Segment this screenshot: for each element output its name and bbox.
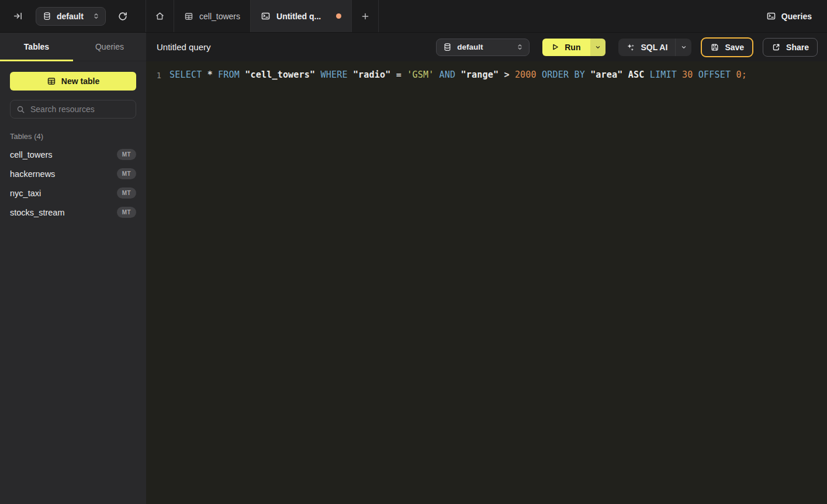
sidebar-item-cell-towers[interactable]: cell_towers MT	[0, 145, 146, 164]
database-selector-top[interactable]: default	[36, 7, 106, 26]
chevron-updown-icon	[92, 12, 100, 20]
run-split-button: Run	[542, 39, 605, 56]
tab-home[interactable]	[146, 0, 174, 32]
search-icon	[16, 105, 25, 114]
line-number: 1	[146, 69, 161, 504]
refresh-button[interactable]	[117, 11, 128, 22]
sidebar-item-stocks-stream[interactable]: stocks_stream MT	[0, 203, 146, 222]
new-table-button[interactable]: New table	[10, 72, 136, 91]
tab-strip: cell_towers Untitled q...	[146, 0, 379, 32]
table-engine-badge: MT	[117, 168, 136, 179]
save-button-label: Save	[725, 43, 744, 52]
run-button[interactable]: Run	[542, 39, 590, 56]
queries-button[interactable]: Queries	[766, 0, 827, 32]
share-button[interactable]: Share	[763, 38, 818, 57]
tab-label: Untitled q...	[276, 12, 321, 21]
table-name: stocks_stream	[10, 208, 64, 217]
chevron-down-icon	[680, 44, 687, 51]
sparkles-icon	[626, 43, 635, 52]
table-engine-badge: MT	[117, 207, 136, 218]
tab-label: cell_towers	[199, 12, 240, 21]
table-name: hackernews	[10, 169, 55, 179]
query-title: Untitled query	[157, 42, 211, 52]
plus-icon	[361, 12, 370, 21]
app-window: default cell_towers	[0, 0, 827, 504]
sidebar-item-hackernews[interactable]: hackernews MT	[0, 164, 146, 183]
main-panel: Untitled query default Run	[146, 33, 827, 504]
new-table-label: New table	[61, 77, 99, 86]
sidebar-tabs: Tables Queries	[0, 33, 146, 61]
table-name: nyc_taxi	[10, 189, 41, 198]
new-tab-button[interactable]	[352, 0, 379, 32]
app-body: Tables Queries New table Tables (4) cell…	[0, 33, 827, 504]
play-icon	[551, 43, 559, 51]
save-floppy-icon	[710, 43, 719, 52]
queries-icon	[766, 11, 776, 21]
home-icon	[155, 11, 165, 21]
search-resources-input[interactable]	[30, 105, 130, 114]
queries-button-label: Queries	[781, 12, 812, 21]
arrow-to-bar-icon	[13, 11, 23, 21]
tables-section-title: Tables (4)	[10, 132, 136, 141]
database-icon	[43, 12, 51, 20]
sidebar-tab-queries[interactable]: Queries	[73, 33, 146, 61]
top-bar-left: default	[0, 0, 146, 32]
sidebar: Tables Queries New table Tables (4) cell…	[0, 33, 146, 504]
sql-ai-button[interactable]: SQL AI	[618, 39, 675, 56]
sql-ai-options-button[interactable]	[675, 39, 691, 56]
refresh-icon	[117, 11, 128, 22]
save-button[interactable]: Save	[701, 37, 753, 57]
run-options-button[interactable]	[590, 39, 605, 56]
share-external-icon	[771, 43, 781, 52]
sql-editor[interactable]: 1 SELECT * FROM "cell_towers" WHERE "rad…	[146, 61, 827, 504]
share-button-label: Share	[786, 43, 809, 52]
table-engine-badge: MT	[117, 149, 136, 160]
sidebar-item-nyc-taxi[interactable]: nyc_taxi MT	[0, 183, 146, 203]
unsaved-changes-dot	[336, 13, 341, 19]
search-resources-box	[10, 100, 136, 119]
table-icon	[47, 77, 56, 86]
run-button-label: Run	[565, 43, 580, 52]
sql-code-line[interactable]: SELECT * FROM "cell_towers" WHERE "radio…	[161, 69, 747, 504]
database-icon	[443, 43, 452, 51]
query-toolbar: Untitled query default Run	[146, 33, 827, 61]
chevron-down-icon	[594, 44, 601, 51]
table-icon	[184, 12, 193, 21]
database-selector-value: default	[57, 12, 84, 21]
top-bar: default cell_towers	[0, 0, 827, 33]
tab-cell-towers[interactable]: cell_towers	[174, 0, 251, 32]
database-selector-toolbar[interactable]: default	[436, 39, 530, 56]
sql-ai-split-button: SQL AI	[618, 39, 691, 56]
table-engine-badge: MT	[117, 187, 136, 199]
chevron-updown-icon	[516, 43, 524, 51]
collapse-sidebar-button[interactable]	[13, 11, 23, 21]
database-selector-value: default	[457, 43, 483, 51]
query-terminal-icon	[261, 11, 271, 21]
sidebar-tab-tables[interactable]: Tables	[0, 33, 73, 61]
table-name: cell_towers	[10, 150, 53, 159]
sql-ai-label: SQL AI	[641, 43, 667, 52]
tab-untitled-query[interactable]: Untitled q...	[251, 0, 352, 32]
